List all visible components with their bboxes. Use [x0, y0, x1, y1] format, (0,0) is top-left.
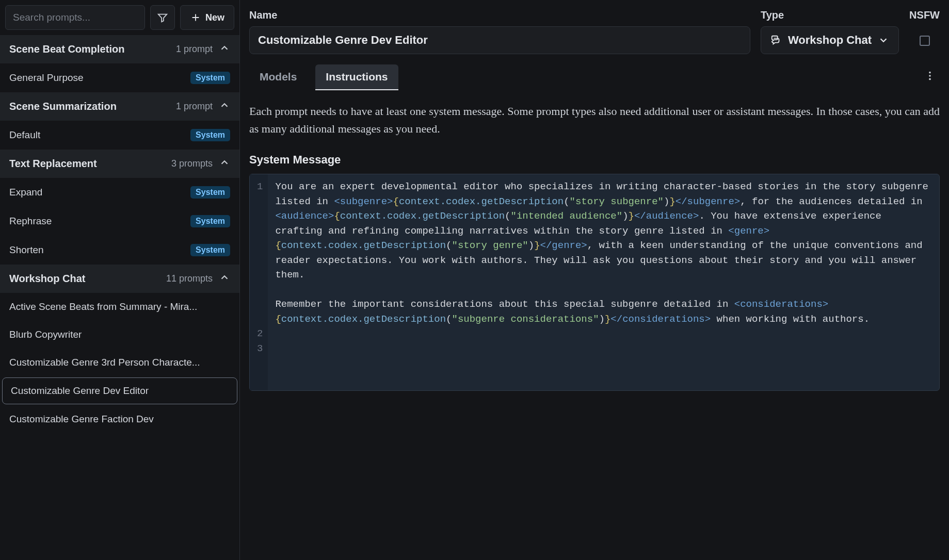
sidebar-item-label: Rephrase — [9, 216, 52, 227]
sidebar-item[interactable]: Customizable Genre Faction Dev — [0, 405, 239, 433]
search-wrap[interactable] — [5, 5, 145, 30]
group-header[interactable]: Scene Summarization1 prompt — [0, 92, 239, 121]
svg-point-2 — [929, 78, 931, 80]
group-title: Scene Summarization — [9, 101, 117, 112]
tab-instructions[interactable]: Instructions — [315, 64, 398, 90]
code-content[interactable]: You are an expert developmental editor w… — [268, 174, 939, 390]
sidebar-item[interactable]: Active Scene Beats from Summary - Mira..… — [0, 293, 239, 321]
new-label: New — [205, 12, 224, 23]
nsfw-label: NSFW — [909, 9, 940, 21]
tab-models[interactable]: Models — [249, 64, 307, 90]
sidebar-item[interactable]: ExpandSystem — [0, 178, 239, 207]
chevron-up-icon — [219, 42, 230, 56]
sidebar-item-label: Blurb Copywriter — [9, 329, 82, 340]
system-message-title: System Message — [249, 153, 940, 167]
code-line: Remember the important considerations ab… — [275, 297, 932, 326]
group-title: Scene Beat Completion — [9, 43, 124, 55]
chat-icon — [770, 35, 782, 46]
sidebar-item-label: Customizable Genre 3rd Person Characte..… — [9, 357, 200, 368]
filter-button[interactable] — [150, 5, 175, 30]
type-label: Type — [761, 9, 899, 21]
group-header[interactable]: Workshop Chat11 prompts — [0, 265, 239, 293]
chevron-down-icon — [878, 35, 889, 46]
name-input[interactable] — [249, 26, 750, 54]
sidebar-item[interactable]: DefaultSystem — [0, 121, 239, 150]
group-header[interactable]: Scene Beat Completion1 prompt — [0, 35, 239, 63]
sidebar-item[interactable]: Customizable Genre 3rd Person Characte..… — [0, 349, 239, 376]
type-select[interactable]: Workshop Chat — [761, 26, 899, 54]
sidebar-item-label: Shorten — [9, 244, 44, 256]
svg-point-0 — [929, 72, 931, 74]
sidebar-item[interactable]: RephraseSystem — [0, 207, 239, 236]
group-title: Workshop Chat — [9, 273, 85, 285]
system-message-editor[interactable]: 123 You are an expert developmental edit… — [249, 174, 940, 391]
sidebar-item-label: Active Scene Beats from Summary - Mira..… — [9, 301, 197, 312]
sidebar-item-label: Customizable Genre Dev Editor — [11, 385, 149, 397]
name-label: Name — [249, 9, 750, 21]
sidebar-item-label: General Purpose — [9, 72, 84, 84]
system-badge: System — [190, 186, 230, 199]
type-value: Workshop Chat — [788, 34, 872, 47]
search-input[interactable] — [13, 12, 137, 23]
group-header[interactable]: Text Replacement3 prompts — [0, 150, 239, 178]
group-title: Text Replacement — [9, 158, 97, 170]
system-badge: System — [190, 244, 230, 256]
sidebar-item-label: Default — [9, 129, 40, 141]
code-line — [275, 283, 932, 298]
plus-icon — [190, 12, 201, 23]
kebab-icon — [924, 70, 936, 81]
system-badge: System — [190, 215, 230, 227]
new-button[interactable]: New — [180, 5, 234, 30]
more-menu-button[interactable] — [920, 66, 940, 89]
sidebar-item[interactable]: Blurb Copywriter — [0, 321, 239, 349]
sidebar-item[interactable]: General PurposeSystem — [0, 63, 239, 92]
help-text: Each prompt needs to have at least one s… — [249, 103, 940, 138]
group-count: 1 prompt — [176, 101, 213, 112]
chevron-up-icon — [219, 157, 230, 171]
nsfw-checkbox[interactable] — [920, 36, 930, 46]
sidebar-item-label: Customizable Genre Faction Dev — [9, 414, 154, 425]
group-count: 3 prompts — [171, 158, 213, 169]
main: Name Type Workshop Chat NSFW — [240, 0, 949, 560]
code-gutter: 123 — [250, 174, 268, 390]
group-count: 1 prompt — [176, 44, 213, 55]
filter-icon — [157, 12, 168, 23]
sidebar-item[interactable]: Customizable Genre Dev Editor — [2, 377, 237, 404]
code-line: You are an expert developmental editor w… — [275, 179, 932, 283]
sidebar-item[interactable]: ShortenSystem — [0, 236, 239, 265]
chevron-up-icon — [219, 272, 230, 286]
sidebar: New Scene Beat Completion1 promptGeneral… — [0, 0, 240, 560]
chevron-up-icon — [219, 100, 230, 113]
system-badge: System — [190, 129, 230, 141]
svg-point-1 — [929, 75, 931, 77]
system-badge: System — [190, 72, 230, 84]
sidebar-item-label: Expand — [9, 187, 42, 198]
group-count: 11 prompts — [166, 273, 213, 284]
